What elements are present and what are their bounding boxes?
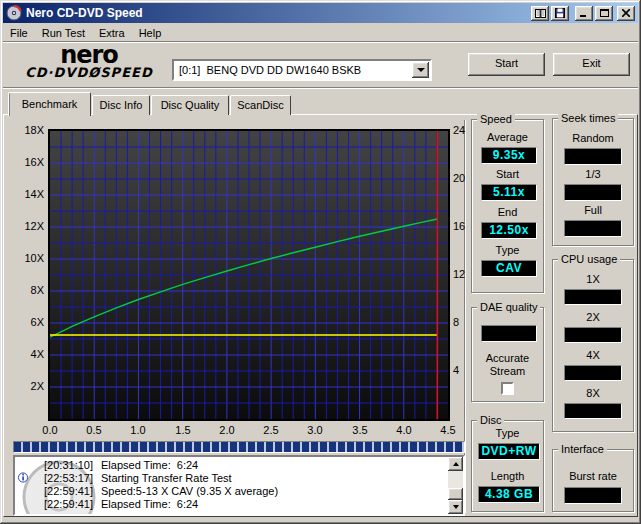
y-left-tick: 8X <box>10 284 44 296</box>
y-left-tick: 18X <box>10 124 44 136</box>
book-icon <box>535 9 546 18</box>
x-tick: 3.0 <box>300 424 330 436</box>
speed-end-label: End <box>472 206 543 218</box>
drive-selector-dropdown-button[interactable] <box>412 62 429 78</box>
x-tick: 4.5 <box>433 424 463 436</box>
separator <box>3 87 638 89</box>
drive-selector[interactable]: [0:1] BENQ DVD DD DW1640 BSKB <box>172 59 432 81</box>
chevron-down-icon <box>417 68 425 72</box>
cpu-4x-label: 4X <box>553 349 633 361</box>
x-tick: 0.0 <box>35 424 65 436</box>
log-row[interactable]: [20:31:10]Elapsed Time: 6:24 <box>15 459 435 472</box>
menu-file[interactable]: File <box>3 25 35 41</box>
tab-disc-quality[interactable]: Disc Quality <box>151 95 229 115</box>
scroll-up-button[interactable] <box>448 457 463 471</box>
x-tick: 1.5 <box>168 424 198 436</box>
y-left-tick: 6X <box>10 316 44 328</box>
nero-logo-tagline: CD·DVDØSPEED <box>14 65 164 80</box>
x-tick: 2.0 <box>212 424 242 436</box>
save-button[interactable] <box>551 6 569 21</box>
speed-start-label: Start <box>472 168 543 180</box>
menu-run-test[interactable]: Run Test <box>35 25 92 41</box>
drive-selector-value: [0:1] BENQ DVD DD DW1640 BSKB <box>174 64 412 76</box>
log-row[interactable]: [22:59:41]Speed:5-13 X CAV (9.35 X avera… <box>15 485 435 498</box>
app-window: Nero CD-DVD Speed File Run Te <box>0 0 641 524</box>
panel-speed-title: Speed <box>477 113 515 125</box>
seek-full-display <box>564 220 622 237</box>
panel-interface: Interface Burst rate <box>552 449 634 512</box>
x-tick: 4.0 <box>389 424 419 436</box>
info-icon <box>17 472 29 484</box>
panel-speed: Speed Average 9.35x Start 5.11x End 12.5… <box>471 119 544 293</box>
log-message: Elapsed Time: 6:24 <box>101 498 198 510</box>
menu-help[interactable]: Help <box>132 25 169 41</box>
tab-scandisc[interactable]: ScanDisc <box>230 95 291 115</box>
scroll-down-button[interactable] <box>448 500 463 514</box>
speed-type-label: Type <box>472 244 543 256</box>
seek-full-label: Full <box>553 204 633 216</box>
seek-random-label: Random <box>553 132 633 144</box>
panel-interface-title: Interface <box>558 443 607 455</box>
arrow-up-icon <box>453 462 459 466</box>
log-row[interactable]: [22:53:17]Starting Transfer Rate Test <box>15 472 435 485</box>
x-tick: 2.5 <box>256 424 286 436</box>
close-icon <box>622 9 630 17</box>
x-tick: 3.5 <box>345 424 375 436</box>
panel-seek-times-title: Seek times <box>558 112 618 124</box>
accurate-stream-checkbox[interactable] <box>501 382 514 395</box>
floppy-disk-icon <box>555 8 565 18</box>
nero-logo-wordmark: nero <box>14 45 164 65</box>
x-tick: 1.0 <box>123 424 153 436</box>
title-bar: Nero CD-DVD Speed <box>3 3 638 23</box>
accurate-stream-label-1: Accurate <box>472 352 543 364</box>
cpu-1x-label: 1X <box>553 273 633 285</box>
x-tick: 0.5 <box>79 424 109 436</box>
cpu-8x-label: 8X <box>553 387 633 399</box>
disc-type-display: DVD+RW <box>478 443 540 460</box>
seek-third-display <box>564 184 622 201</box>
log-listbox[interactable]: [20:31:10]Elapsed Time: 6:24[22:53:17]St… <box>13 455 465 516</box>
exit-button[interactable]: Exit <box>553 53 630 76</box>
start-button[interactable]: Start <box>468 53 545 76</box>
app-icon <box>6 5 22 21</box>
panel-cpu-usage-title: CPU usage <box>558 253 620 265</box>
minimize-button[interactable] <box>575 6 593 21</box>
speed-type-display: CAV <box>481 260 537 277</box>
burst-rate-display <box>564 487 622 504</box>
log-timestamp: [22:59:41] <box>31 485 93 497</box>
minimize-icon <box>580 10 588 17</box>
chart-canvas <box>50 131 448 419</box>
close-button[interactable] <box>617 6 635 21</box>
scrollbar-thumb[interactable] <box>448 488 463 500</box>
compare-button[interactable] <box>531 6 549 21</box>
panel-seek-times: Seek times Random 1/3 Full <box>552 118 634 246</box>
nero-logo: nero CD·DVDØSPEED <box>14 45 164 80</box>
log-message: Elapsed Time: 6:24 <box>101 459 198 471</box>
log-timestamp: [22:59:41] <box>31 498 93 510</box>
maximize-button[interactable] <box>595 6 613 21</box>
transfer-rate-chart <box>48 129 450 421</box>
disc-length-label: Length <box>472 470 543 482</box>
menu-extra[interactable]: Extra <box>92 25 132 41</box>
series-read-speed <box>50 219 437 337</box>
y-left-tick: 14X <box>10 188 44 200</box>
y-left-tick: 12X <box>10 220 44 232</box>
log-row[interactable]: [22:59:41]Elapsed Time: 6:24 <box>15 498 435 511</box>
log-scrollbar[interactable] <box>448 457 463 514</box>
cpu-1x-display <box>564 289 622 305</box>
speed-end-display: 12.50x <box>481 222 537 239</box>
y-left-tick: 2X <box>10 380 44 392</box>
log-message: Starting Transfer Rate Test <box>101 472 232 484</box>
tab-benchmark[interactable]: Benchmark <box>8 92 91 116</box>
panel-disc-title: Disc <box>477 414 504 426</box>
seek-third-label: 1/3 <box>553 168 633 180</box>
y-left-tick: 10X <box>10 252 44 264</box>
tab-disc-info[interactable]: Disc Info <box>92 95 150 115</box>
disc-length-display: 4.38 GB <box>478 486 540 503</box>
cpu-4x-display <box>564 365 622 381</box>
log-timestamp: [22:53:17] <box>31 472 93 484</box>
menu-bar: File Run Test Extra Help <box>3 24 638 41</box>
window-title: Nero CD-DVD Speed <box>26 6 529 20</box>
panel-dae-quality: DAE quality Accurate Stream <box>471 307 544 402</box>
panel-dae-quality-title: DAE quality <box>477 301 540 313</box>
